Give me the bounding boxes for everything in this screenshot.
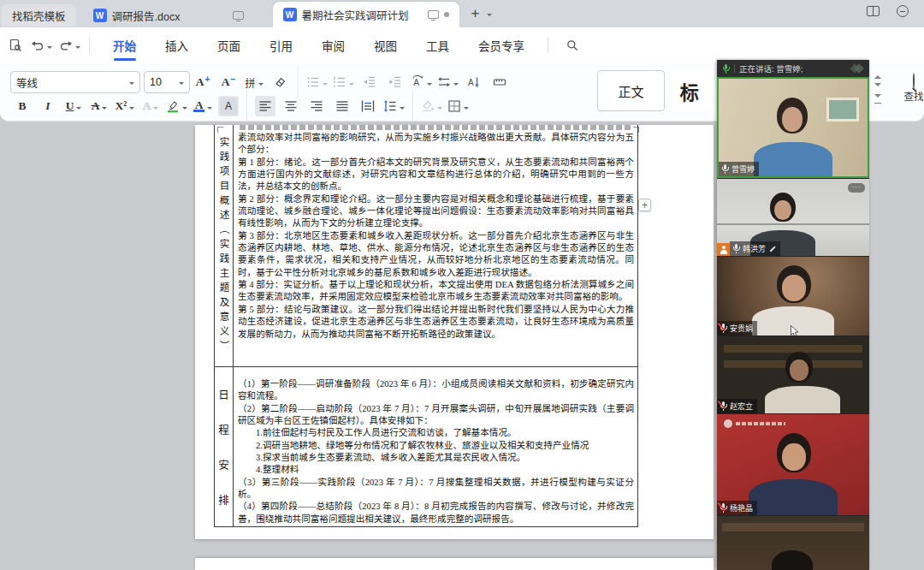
print-preview-button[interactable] <box>9 39 22 52</box>
table-row2-header-cell[interactable]: 日 程 安 排 <box>215 367 234 526</box>
bullet-list-button[interactable] <box>306 72 328 92</box>
table-insert-button[interactable]: + <box>638 199 651 211</box>
video-tile-2[interactable]: ··· 韩洪芳 <box>717 179 869 256</box>
font-color-button[interactable]: A <box>192 96 213 116</box>
increase-indent-button[interactable] <box>385 72 406 92</box>
distribute-button[interactable] <box>358 96 378 116</box>
strikethrough-button[interactable]: A <box>89 96 110 116</box>
redo-button[interactable] <box>59 39 73 52</box>
superscript-button[interactable]: X² <box>115 96 135 116</box>
tab-list-chevron-icon[interactable] <box>484 5 492 21</box>
paragraph[interactable]: 第 4 部分：实证分析。基于以上理论和现状分析，本文提出使用 DEA 数据包络分… <box>238 279 634 304</box>
find-icon <box>913 73 915 89</box>
video-tile-6-partial[interactable] <box>717 516 869 570</box>
shading-fill-button[interactable] <box>421 96 442 116</box>
char-shading-button[interactable]: A <box>218 96 239 116</box>
menu-tab-view[interactable]: 视图 <box>359 27 412 63</box>
search-icon[interactable] <box>566 39 579 52</box>
numbered-list-button[interactable] <box>333 72 354 92</box>
screen-share-icon <box>233 11 244 20</box>
paragraph[interactable]: 1.前往佃起村与村民及工作人员进行交流和访谈，了解基本情况。 <box>238 427 634 439</box>
style-item-body[interactable]: 正文 <box>597 70 665 111</box>
account-icon[interactable] <box>897 5 909 17</box>
paragraph[interactable]: （1）第一阶段——调研准备阶段（2023 年 6 月）：小组成员阅读相关文献和资… <box>238 378 634 403</box>
video-meeting-panel[interactable]: 正在讲话: 曾雪婷; 曾雪婷 ··· 韩洪芳 <box>717 60 869 570</box>
find-label: 查找 <box>897 89 924 103</box>
ltr-rtl-button[interactable] <box>437 72 459 92</box>
text-effects-button[interactable]: A <box>140 96 161 116</box>
text-direction-button[interactable]: A <box>411 72 432 92</box>
tab-practice-plan[interactable]: W 暑期社会实践调研计划 <box>273 2 459 27</box>
menu-tab-member[interactable]: 会员专享 <box>464 27 539 63</box>
align-left-button[interactable] <box>255 96 275 116</box>
tab-label: 找稻壳模板 <box>12 8 66 24</box>
paragraph[interactable]: 第 2 部分：概念界定和理论介绍。这一部分主要内容是对相关概念和理论基础进行梳理… <box>238 193 634 230</box>
tab-ruler-button[interactable] <box>489 72 510 92</box>
italic-button[interactable]: I <box>38 96 58 116</box>
justify-button[interactable] <box>332 96 352 116</box>
tab-template-store[interactable]: 找稻壳模板 <box>2 4 76 27</box>
divider <box>412 90 413 122</box>
mic-on-icon <box>732 244 740 253</box>
paragraph[interactable]: 第 3 部分：北京地区生态要素和城乡收入差距现状分析。这一部分首先介绍北京生态涵… <box>238 230 634 279</box>
chevron-down-icon <box>346 76 354 89</box>
paragraph[interactable]: 4.整理材料 <box>238 464 634 476</box>
new-tab-button[interactable]: + <box>471 5 480 22</box>
find-replace-button[interactable]: 查找 <box>897 74 924 103</box>
menu-tab-tools[interactable]: 工具 <box>412 27 464 63</box>
menu-tab-home[interactable]: 开始 <box>98 27 151 63</box>
borders-button[interactable] <box>447 96 469 116</box>
video-tile-1[interactable]: 曾雪婷 <box>717 77 869 178</box>
style-item-heading-partial[interactable]: 标 <box>673 70 714 111</box>
align-right-button[interactable] <box>306 96 327 116</box>
rename-pencil-icon[interactable] <box>768 245 776 252</box>
document-table[interactable]: 实践项目概述（实践主题及意义） 素流动效率对共同富裕的影响研究，从而为实施乡村振… <box>214 125 638 527</box>
line-spacing-button[interactable] <box>383 96 405 116</box>
participant-avatar <box>770 193 796 222</box>
menu-tab-page[interactable]: 页面 <box>203 27 255 63</box>
meeting-app-logo <box>850 64 864 74</box>
gallery-expand-icon[interactable] <box>874 94 881 101</box>
paragraph[interactable]: （3）第三阶段——实践阶段（2023 年 7 月）：7 月搜集整理相关数据，并进… <box>238 477 634 502</box>
sort-button[interactable]: A <box>464 72 484 92</box>
table-row1-content-cell[interactable]: 素流动效率对共同富裕的影响研究，从而为实施乡村振兴战略做出更大贡献。具体研究内容… <box>234 125 637 366</box>
decrease-indent-button[interactable] <box>359 72 380 92</box>
table-row1-header-cell[interactable]: 实践项目概述（实践主题及意义） <box>215 125 234 366</box>
paragraph[interactable]: 2.调研当地耕地、绿地等分布情况和了解农牧林业、旅游业以及相关和支持产业情况 <box>238 440 634 452</box>
underline-button[interactable]: U <box>63 96 84 116</box>
gallery-scroll-down-icon[interactable] <box>874 83 881 90</box>
paragraph[interactable]: 第 5 部分：结论与政策建议。这一部分我们得出结论并提出新时代我们要坚持以人民为… <box>238 304 634 341</box>
paragraph[interactable]: 第 1 部分：绪论。这一部分首先介绍本文的研究背景及研究意义，从生态要素流动和共… <box>238 157 634 193</box>
split-view-icon[interactable] <box>867 6 880 16</box>
document-next-page[interactable] <box>195 558 714 570</box>
virtual-background-text <box>736 422 785 425</box>
clear-format-button[interactable] <box>270 72 290 92</box>
video-tile-3[interactable]: 安贵娟 <box>717 257 869 335</box>
gallery-scroll-up-icon[interactable] <box>874 72 881 79</box>
undo-chevron-icon[interactable] <box>44 38 52 53</box>
paragraph[interactable]: （4）第四阶段——总结阶段（2023 年 8 月）：8 月初完成报告的内容撰写、… <box>238 501 634 525</box>
menu-tab-review[interactable]: 审阅 <box>307 27 359 63</box>
menu-tab-insert[interactable]: 插入 <box>151 27 203 63</box>
paragraph[interactable]: 3.探求当前城乡生态要素流动、城乡收入差距尤其是农民收入情况。 <box>238 452 634 464</box>
menu-tab-reference[interactable]: 引用 <box>255 27 307 63</box>
grow-font-button[interactable]: A+ <box>192 72 213 92</box>
font-size-select[interactable]: 10 <box>144 71 190 93</box>
bold-button[interactable]: B <box>12 96 33 116</box>
highlight-button[interactable] <box>166 96 187 116</box>
document-page[interactable]: 实践项目概述（实践主题及意义） 素流动效率对共同富裕的影响研究，从而为实施乡村振… <box>195 125 714 539</box>
video-tile-4[interactable]: 赵宏立 <box>717 336 869 413</box>
redo-chevron-icon[interactable] <box>73 38 80 53</box>
chevron-down-icon <box>461 100 469 113</box>
shrink-font-button[interactable]: A− <box>218 72 239 92</box>
video-tile-5[interactable]: 杨艳晶 <box>717 414 869 515</box>
undo-button[interactable] <box>31 39 44 52</box>
tab-report-doc[interactable]: W 调研报告.docx <box>83 3 254 27</box>
font-name-select[interactable]: 等线 <box>10 71 140 93</box>
paragraph[interactable]: 素流动效率对共同富裕的影响研究，从而为实施乡村振兴战略做出更大贡献。具体研究内容… <box>238 132 634 157</box>
align-center-button[interactable] <box>281 96 301 116</box>
table-row2-content-cell[interactable]: （1）第一阶段——调研准备阶段（2023 年 6 月）：小组成员阅读相关文献和资… <box>234 367 637 526</box>
participant-avatar <box>777 98 808 134</box>
more-options-button[interactable]: ··· <box>848 183 865 193</box>
paragraph[interactable]: （2）第二阶段——启动阶段（2023 年 7 月）：7 月开展案头调研，中旬开展… <box>238 403 634 428</box>
